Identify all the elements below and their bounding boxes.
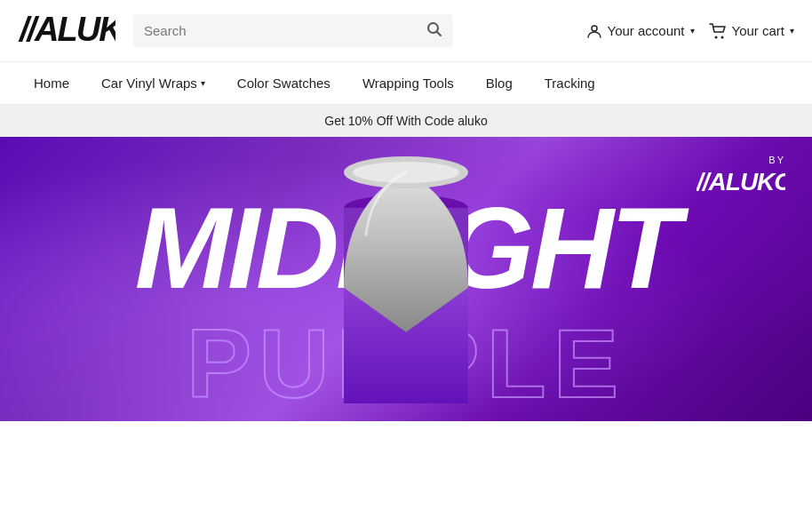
cart-label: Your cart [732,23,784,38]
nav-item-home[interactable]: Home [18,62,85,105]
nav-item-car-vinyl-wraps[interactable]: Car Vinyl Wraps ▾ [85,62,221,105]
below-hero [0,421,812,514]
hero-brand-logo-svg: //ALUKO [697,165,785,195]
search-icon [426,21,442,37]
vinyl-peel-graphic [335,155,477,403]
nav-color-swatches-label: Color Swatches [237,76,330,91]
hero-brand: BY //ALUKO [697,155,785,201]
logo-svg: //ALUKO [18,7,115,48]
nav-blog-label: Blog [486,76,513,91]
hero-brand-name-text: //ALUKO [697,165,785,201]
account-button[interactable]: Your account ▾ [586,23,695,39]
logo-slashes: //ALUKO [18,7,115,55]
promo-banner: Get 10% Off With Code aluko [0,105,812,137]
nav-wrapping-tools-label: Wrapping Tools [362,76,454,91]
cart-button[interactable]: Your cart ▾ [709,23,794,39]
main-nav: Home Car Vinyl Wraps ▾ Color Swatches Wr… [0,62,812,105]
search-area [133,14,453,47]
nav-item-wrapping-tools[interactable]: Wrapping Tools [346,62,470,105]
account-icon [586,23,602,39]
hero-section: MIDNIGHT [0,137,812,421]
logo-text: //ALUKO [18,7,115,55]
cart-icon [709,23,727,39]
svg-point-5 [720,36,723,38]
svg-text://ALUKO: //ALUKO [697,168,785,195]
nav-home-label: Home [34,76,69,91]
site-header: //ALUKO Your account ▾ [0,0,812,62]
svg-point-4 [714,36,717,38]
svg-point-3 [592,26,597,31]
nav-item-blog[interactable]: Blog [470,62,529,105]
logo[interactable]: //ALUKO [18,7,115,55]
promo-text: Get 10% Off With Code aluko [324,114,487,128]
hero-brand-by-text: BY [697,155,785,165]
nav-car-vinyl-wraps-chevron-icon: ▾ [201,78,205,88]
svg-line-2 [437,32,442,36]
search-input[interactable] [144,23,419,38]
cart-chevron-icon: ▾ [790,26,794,36]
search-button[interactable] [426,21,442,40]
svg-text://ALUKO: //ALUKO [18,11,115,48]
account-chevron-icon: ▾ [690,26,695,36]
nav-tracking-label: Tracking [545,76,595,91]
header-right: Your account ▾ Your cart ▾ [586,23,795,39]
nav-item-tracking[interactable]: Tracking [529,62,611,105]
search-wrapper [133,14,453,47]
vinyl-roll-svg [335,155,477,421]
nav-car-vinyl-wraps-label: Car Vinyl Wraps [101,76,197,91]
account-label: Your account [608,23,685,38]
nav-item-color-swatches[interactable]: Color Swatches [221,62,346,105]
